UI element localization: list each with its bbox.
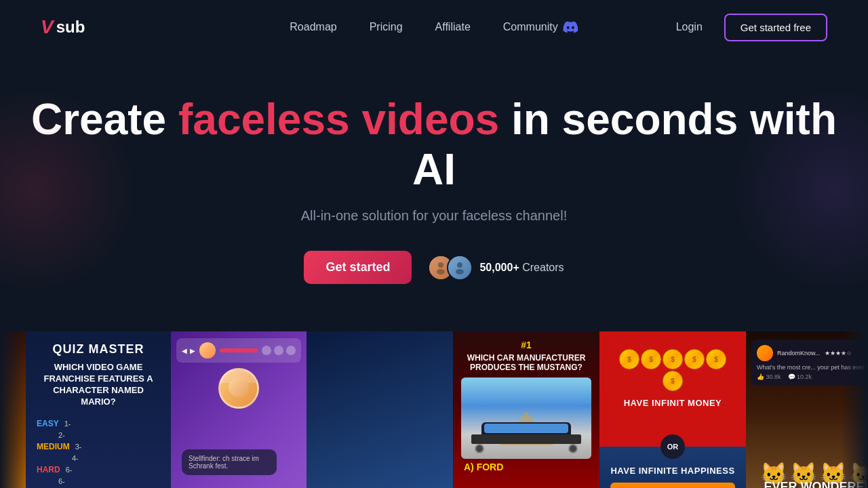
quiz-levels: EASY 1- 2- MEDIUM 3- 4- <box>37 419 160 488</box>
social-stat-2: 💬 10.2k <box>788 373 812 380</box>
wyr-top-text: HAVE INFINIT MONEY <box>610 398 735 408</box>
car-number-badge: #1 <box>461 340 591 350</box>
hero-title-highlight: faceless videos <box>178 95 499 144</box>
svg-point-0 <box>438 262 443 268</box>
video-card-wyr: $ $ $ $ $ $ HAVE INFINIT MONEY OR <box>599 331 746 488</box>
person-icon-2 <box>452 260 468 276</box>
phone-ui: ◀ ▶ <box>171 331 307 482</box>
coin-6: $ <box>663 371 683 391</box>
avatar-2 <box>447 255 473 281</box>
social-avatar-icon <box>757 345 773 361</box>
chat-bubble: Stellfinder: ch strace im Schrank fest. <box>182 449 277 475</box>
car-card-inner: #1 WHICH CAR MANUFACTURER PRODUCES THE M… <box>453 331 599 488</box>
avatars <box>428 255 473 281</box>
svg-point-2 <box>457 262 462 268</box>
quiz-level-2: 2- <box>37 431 160 439</box>
video-person <box>176 368 301 409</box>
hero-subtitle: All-in-one solution for your faceless ch… <box>14 208 854 224</box>
coin-2: $ <box>641 349 661 369</box>
quiz-title: QUIZ MASTER <box>37 342 160 357</box>
quiz-level-easy: EASY 1- <box>37 419 160 428</box>
phone-icon-2 <box>274 346 283 355</box>
video-card-phone: ◀ ▶ <box>171 331 307 488</box>
creators-text: 50,000+ Creators <box>479 262 564 274</box>
svg-point-1 <box>437 269 445 274</box>
phone-bar: ◀ ▶ <box>176 338 301 363</box>
phone-card-inner: ◀ ▶ <box>171 331 307 488</box>
community-label: Community <box>503 21 558 33</box>
wyr-card-inner: $ $ $ $ $ $ HAVE INFINIT MONEY OR <box>599 331 746 488</box>
coins-stack: $ $ $ $ $ $ <box>610 342 735 398</box>
hero-title: Create faceless videos in seconds with A… <box>14 95 854 195</box>
gradient-right <box>841 331 868 488</box>
coin-3: $ <box>663 349 683 369</box>
creators-count: 50,000+ <box>479 262 519 273</box>
login-link[interactable]: Login <box>676 21 703 33</box>
hero-content: Create faceless videos in seconds with A… <box>0 54 868 318</box>
nav-pricing[interactable]: Pricing <box>370 21 403 33</box>
video-card-car: #1 WHICH CAR MANUFACTURER PRODUCES THE M… <box>453 331 599 488</box>
coin-4: $ <box>684 349 705 369</box>
nav-links: Roadmap Pricing Affiliate Community <box>290 20 578 35</box>
phone-name <box>220 348 258 352</box>
car-answer: A) FORD <box>461 459 591 475</box>
hero-title-start: Create <box>31 95 178 144</box>
phone-icon-3 <box>286 346 296 355</box>
phone-action-icons <box>262 346 296 355</box>
phone-avatar <box>199 342 216 359</box>
quiz-level-4: 4- <box>37 454 160 462</box>
svg-point-3 <box>456 269 464 274</box>
navbar: Vsub Roadmap Pricing Affiliate Community… <box>0 0 868 54</box>
video-card-4 <box>307 331 453 488</box>
wyr-bottom-text: HAVE INFINITE HAPPINESS <box>610 466 735 476</box>
hero-section: Create faceless videos in seconds with A… <box>0 54 868 488</box>
coin-5: $ <box>706 349 726 369</box>
video-grid: QUIZ MASTER WHICH VIDEO GAME FRANCHISE F… <box>0 331 868 488</box>
discord-icon <box>564 20 578 35</box>
logo[interactable]: Vsub <box>41 16 85 38</box>
car-image <box>461 378 591 459</box>
quiz-level-medium: MEDIUM 3- <box>37 442 160 451</box>
creators-badge: 50,000+ Creators <box>428 255 564 281</box>
coin-1: $ <box>619 349 639 369</box>
sunset-image <box>610 483 735 488</box>
or-bubble: OR <box>660 434 685 459</box>
car-question: WHICH CAR MANUFACTURER PRODUCES THE MUST… <box>461 353 591 372</box>
phone-icon-1 <box>262 346 271 355</box>
video-card-quiz: QUIZ MASTER WHICH VIDEO GAME FRANCHISE F… <box>26 331 171 488</box>
creators-label: Creators <box>522 262 564 273</box>
logo-sub: sub <box>56 18 85 37</box>
quiz-question: WHICH VIDEO GAME FRANCHISE FEATURES A CH… <box>37 362 160 408</box>
nav-community[interactable]: Community <box>503 20 578 35</box>
nav-affiliate[interactable]: Affiliate <box>435 21 471 33</box>
quiz-level-hard: HARD 6- <box>37 465 160 474</box>
hero-cta: Get started <box>14 251 854 284</box>
social-username: RandomKnow... <box>777 350 821 357</box>
quiz-card-inner: QUIZ MASTER WHICH VIDEO GAME FRANCHISE F… <box>26 331 171 488</box>
nav-roadmap[interactable]: Roadmap <box>290 21 336 33</box>
logo-v: V <box>41 16 54 38</box>
get-started-free-button[interactable]: Get started free <box>724 14 827 41</box>
quiz-level-6: 6- <box>37 477 160 485</box>
wyr-top: $ $ $ $ $ $ HAVE INFINIT MONEY <box>599 331 746 447</box>
video-wrapper: QUIZ MASTER WHICH VIDEO GAME FRANCHISE F… <box>0 331 868 488</box>
video-section: QUIZ MASTER WHICH VIDEO GAME FRANCHISE F… <box>0 331 868 488</box>
nav-actions: Login Get started free <box>676 14 827 41</box>
gradient-left <box>0 331 27 488</box>
hero-get-started-button[interactable]: Get started <box>304 251 412 284</box>
social-stat-1: 👍 30.8k <box>757 373 781 380</box>
